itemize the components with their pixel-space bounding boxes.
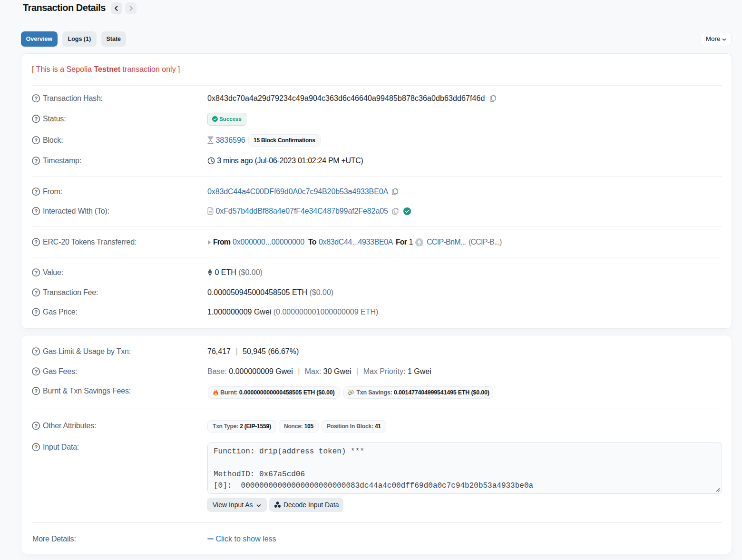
svg-text:?: ? (34, 270, 38, 275)
svg-text:?: ? (34, 116, 38, 122)
svg-text:?: ? (34, 208, 38, 214)
svg-text:?: ? (34, 444, 38, 450)
svg-text:?: ? (34, 189, 38, 195)
svg-text:?: ? (34, 369, 38, 374)
svg-text:?: ? (34, 138, 38, 143)
svg-text:?: ? (34, 290, 38, 295)
svg-text:?: ? (34, 423, 38, 429)
svg-text:?: ? (34, 388, 38, 394)
svg-text:?: ? (34, 309, 38, 315)
svg-text:?: ? (34, 349, 38, 354)
svg-text:?: ? (34, 239, 38, 245)
svg-text:?: ? (34, 96, 38, 101)
svg-text:?: ? (34, 158, 38, 164)
